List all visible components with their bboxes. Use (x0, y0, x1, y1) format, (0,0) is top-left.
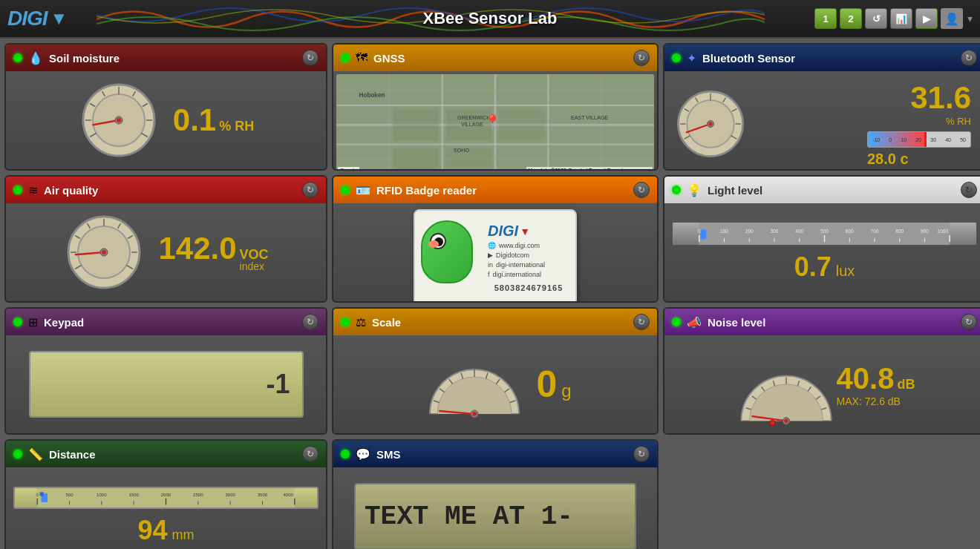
svg-rect-27 (499, 109, 544, 140)
keypad-display: -1 (29, 351, 304, 418)
rfid-info: DIGI ▼ 🌐 www.digi.com ▶ Digidotcom in di… (488, 223, 569, 292)
bluetooth-values: 31.6 % RH -10 0 10 20 30 (754, 80, 976, 168)
air-body: 142.0 VOC index (6, 203, 326, 301)
main-grid: 💧 Soil moisture ↻ (0, 39, 980, 549)
more-icon[interactable]: ▾ (967, 13, 973, 24)
map-copyright: Map data ©2023 Google | Terms | Report a… (526, 167, 653, 171)
svg-text:Hoboken: Hoboken (359, 92, 385, 99)
light-unit: lux (836, 263, 855, 280)
svg-text:VILLAGE: VILLAGE (461, 121, 483, 128)
air-value: 142.0 (158, 233, 236, 264)
scale-icon: ⚖ (356, 315, 366, 329)
soil-header-left: 💧 Soil moisture (13, 51, 120, 65)
keypad-header-left: ⊞ Keypad (13, 315, 84, 329)
widget-sms: 💬 SMS ↻ TEXT ME AT 1- (332, 439, 659, 549)
air-unit-top: VOC (240, 248, 269, 261)
widget-scale: ⚖ Scale ↻ (332, 307, 659, 435)
yoshi-nose (428, 240, 439, 248)
distance-refresh-btn[interactable]: ↻ (302, 446, 318, 462)
noise-refresh-btn[interactable]: ↻ (961, 314, 977, 330)
svg-point-13 (117, 118, 121, 122)
gnss-body: Hoboken GREENWICH VILLAGE EAST VILLAGE S… (333, 71, 657, 171)
scale-value: 0 (536, 363, 557, 406)
svg-rect-137 (40, 492, 44, 496)
soil-refresh-btn[interactable]: ↻ (302, 50, 318, 66)
widget-noise: 📣 Noise level ↻ (663, 307, 980, 435)
light-title: Light level (708, 184, 762, 197)
air-value-display: 142.0 VOC index (151, 233, 268, 272)
light-header-left: 💡 Light level (672, 183, 762, 197)
sms-header-left: 💬 SMS (341, 447, 401, 461)
rfid-card: DIGI ▼ 🌐 www.digi.com ▶ Digidotcom in di… (414, 209, 577, 303)
sms-indicator (341, 450, 350, 458)
btn-2[interactable]: 2 (840, 8, 862, 29)
header: DIGI ▼ XBee Sensor Lab 1 2 ↺ 📊 ▶ 👤 ▾ (0, 0, 980, 39)
rfid-header-left: 🪪 RFID Badge reader (341, 183, 477, 197)
svg-text:1500: 1500 (128, 493, 139, 497)
light-value-row: 0.7 lux (794, 252, 855, 283)
air-quality-header: ≋ Air quality ↻ (6, 177, 326, 203)
keypad-title: Keypad (44, 316, 84, 329)
scale-header-left: ⚖ Scale (341, 315, 401, 329)
svg-rect-87 (701, 229, 707, 239)
widget-rfid: 🪪 RFID Badge reader ↻ DIGI (332, 175, 659, 303)
gnss-header: 🗺 GNSS ↻ (333, 45, 657, 71)
distance-title: Distance (49, 448, 96, 461)
rfid-card-number: 5803824679165 (488, 283, 569, 292)
bt-temp-area: -10 0 10 20 30 40 50 (867, 131, 971, 168)
soil-value: 0.1 (173, 105, 216, 136)
light-refresh-btn[interactable]: ↻ (961, 182, 977, 198)
light-indicator (672, 185, 681, 194)
svg-rect-25 (393, 109, 438, 140)
air-indicator (13, 185, 22, 194)
linkedin-icon: in (488, 261, 493, 269)
air-unit-bottom: index (240, 261, 269, 272)
yoshi-body (421, 220, 473, 283)
light-value: 0.7 (794, 252, 832, 283)
svg-text:4000: 4000 (283, 493, 293, 497)
svg-point-115 (784, 419, 788, 424)
bt-temp-value-row: 28.0 c (867, 151, 971, 168)
header-controls: 1 2 ↺ 📊 ▶ 👤 ▾ (814, 8, 973, 29)
bt-rh-unit: % RH (946, 116, 971, 127)
distance-bar: 0 500 1000 1500 2000 2500 3000 (13, 487, 318, 509)
svg-text:800: 800 (895, 229, 904, 234)
gnss-refresh-btn[interactable]: ↻ (633, 50, 650, 66)
air-header-left: ≋ Air quality (13, 183, 98, 197)
bluetooth-refresh-btn[interactable]: ↻ (961, 50, 977, 66)
air-refresh-btn[interactable]: ↻ (302, 182, 318, 198)
svg-point-101 (472, 412, 477, 416)
page-title: XBee Sensor Lab (423, 9, 558, 28)
soil-moisture-header: 💧 Soil moisture ↻ (6, 45, 326, 71)
soil-indicator (13, 53, 22, 62)
light-body: 0 100 200 300 400 500 600 (664, 203, 980, 301)
noise-gauge (734, 347, 831, 421)
play-btn[interactable]: ▶ (915, 8, 938, 29)
air-title: Air quality (44, 184, 98, 197)
btn-1[interactable]: 1 (814, 8, 837, 29)
svg-text:200: 200 (745, 229, 754, 234)
noise-unit: dB (897, 377, 915, 392)
map-attribution: Google (338, 167, 359, 171)
bluetooth-header: ✦ Bluetooth Sensor ↻ (664, 45, 980, 71)
svg-text:3500: 3500 (258, 493, 268, 497)
keypad-refresh-btn[interactable]: ↻ (302, 314, 318, 330)
chart-btn[interactable]: 📊 (890, 8, 912, 29)
bluetooth-gauge-area (673, 87, 748, 161)
distance-unit: mm (172, 527, 195, 543)
avatar-btn[interactable]: 👤 (941, 8, 963, 29)
widget-distance: 📏 Distance ↻ 0 500 1000 1500 (4, 439, 327, 549)
noise-header: 📣 Noise level ↻ (664, 309, 980, 335)
noise-body: 40.8 dB MAX: 72.6 dB (664, 335, 980, 433)
scale-refresh-btn[interactable]: ↻ (633, 314, 650, 330)
rfid-icon: 🪪 (356, 183, 370, 197)
keypad-header: ⊞ Keypad ↻ (6, 309, 326, 335)
distance-header: 📏 Distance ↻ (6, 441, 326, 467)
sms-refresh-btn[interactable]: ↻ (633, 446, 650, 462)
logo-flag: ▼ (50, 8, 68, 29)
refresh-btn[interactable]: ↺ (865, 8, 887, 29)
rfid-social2: in digi-international (488, 261, 569, 269)
rfid-refresh-btn[interactable]: ↻ (633, 182, 650, 198)
keypad-body: -1 (6, 335, 326, 433)
soil-title: Soil moisture (49, 52, 120, 65)
